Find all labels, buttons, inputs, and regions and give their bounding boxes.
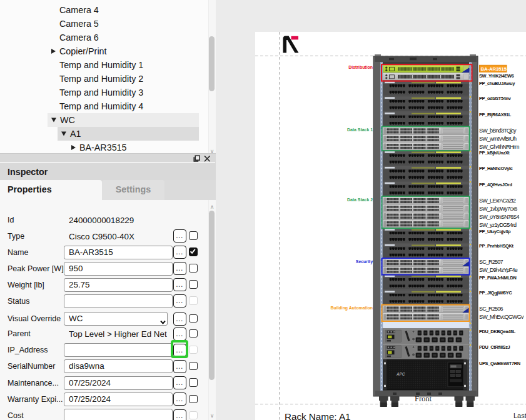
svg-text:SW_MhEvcQGWGv: SW_MhEvcQGWGv xyxy=(479,314,524,320)
svg-text:PP_PnrhbHSQKt: PP_PnrhbHSQKt xyxy=(479,243,513,249)
svg-text:SW_D9h4zYpF4e: SW_D9h4zYpF4e xyxy=(479,267,518,273)
svg-text:UPS_QwE9nWT7RN: UPS_QwE9nWT7RN xyxy=(479,361,520,366)
svg-text:Rack Name: A1: Rack Name: A1 xyxy=(285,411,351,420)
svg-text:PDU_DKBQea4fiL: PDU_DKBQea4fiL xyxy=(479,329,516,334)
svg-text:PP_chuBUJAwuy: PP_chuBUJAwuy xyxy=(479,81,515,86)
svg-text:SW_1vbpWy7cx6: SW_1vbpWy7cx6 xyxy=(479,206,517,212)
svg-text:PP_4QfHvsJOrd: PP_4QfHvsJOrd xyxy=(479,182,512,188)
svg-text:APC: APC xyxy=(396,372,405,376)
svg-text:Front: Front xyxy=(415,394,432,403)
svg-text:PP_FWAJrNMLDN: PP_FWAJrNMLDN xyxy=(479,275,517,281)
svg-text:SW_bBnd3TQjcy: SW_bBnd3TQjcy xyxy=(479,128,517,134)
svg-text:SW_wmtVvfBrUh: SW_wmtVvfBrUh xyxy=(479,136,517,142)
svg-text:SW_oY8nSN76S4: SW_oY8nSN76S4 xyxy=(479,214,519,220)
svg-text:SC_R2506: SC_R2506 xyxy=(479,306,503,312)
svg-text:SC_R2507: SC_R2507 xyxy=(479,259,503,265)
svg-text:Building Automation: Building Automation xyxy=(331,306,373,311)
svg-text:SW_yz1yDG54rd: SW_yz1yDG54rd xyxy=(479,222,517,228)
svg-text:PDU_CtRfiIlSzJ: PDU_CtRfiIlSzJ xyxy=(479,344,510,350)
svg-text:PP_odbfzT54nv: PP_odbfzT54nv xyxy=(479,96,512,101)
svg-text:BA-AR3515: BA-AR3515 xyxy=(481,66,507,72)
svg-text:SW_LExrACaZt2: SW_LExrACaZt2 xyxy=(479,198,516,204)
svg-text:Security: Security xyxy=(356,259,373,264)
svg-text:PP_HaNhcOVyIc: PP_HaNhcOVyIc xyxy=(479,166,513,171)
svg-text:PP_JfQgjWf6YC: PP_JfQgjWf6YC xyxy=(479,290,512,296)
svg-text:Last: Last xyxy=(513,412,526,419)
svg-text:Distribution: Distribution xyxy=(348,65,373,69)
svg-text:PP_EIjR6AX91L: PP_EIjR6AX91L xyxy=(479,112,512,118)
svg-text:Data Stack 1: Data Stack 1 xyxy=(347,128,373,132)
svg-text:SW_Gh4IhNRHrm: SW_Gh4IhNRHrm xyxy=(479,144,519,150)
svg-text:SW_YHIK2I4EW6: SW_YHIK2I4EW6 xyxy=(479,73,514,79)
svg-text:Data Stack 2: Data Stack 2 xyxy=(347,198,373,202)
svg-text:PP_kBjhlUnzXt: PP_kBjhlUnzXt xyxy=(479,150,510,156)
svg-text:PP_UIuyCqjv3p: PP_UIuyCqjv3p xyxy=(479,229,511,234)
